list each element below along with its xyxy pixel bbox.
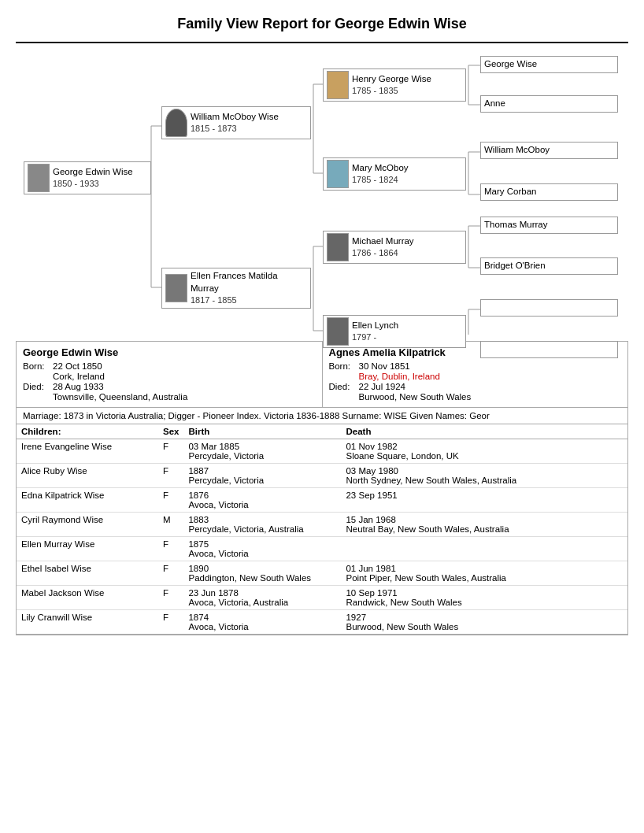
child-birth: 1887Percydale, Victoria	[183, 464, 341, 488]
child-death	[341, 537, 627, 561]
col-header-birth: Birth	[183, 424, 341, 439]
ggp2-box: Anne	[480, 95, 618, 113]
child-birth: 23 Jun 1878Avoca, Victoria, Australia	[183, 586, 341, 610]
child-birth: 03 Mar 1885Percydale, Victoria	[183, 439, 341, 464]
pgf-box: Henry George Wise 1785 - 1835	[323, 68, 466, 102]
table-row: Irene Evangeline Wise F 03 Mar 1885Percy…	[17, 439, 627, 464]
child-name: Ethel Isabel Wise	[17, 561, 158, 586]
mgf-box: Michael Murray 1786 - 1864	[323, 231, 466, 264]
child-name: Ellen Murray Wise	[17, 537, 158, 561]
child-name: Lily Cranwill Wise	[17, 610, 158, 635]
father-box: William McOboy Wise 1815 - 1873	[161, 106, 311, 139]
child-sex: F	[158, 586, 183, 610]
child-death: 01 Nov 1982Sloane Square, London, UK	[341, 439, 627, 464]
details-section: George Edwin Wise Born: 22 Oct 1850 Cork…	[16, 341, 628, 635]
child-sex: F	[158, 561, 183, 586]
child-name: Mabel Jackson Wise	[17, 586, 158, 610]
table-row: Cyril Raymond Wise M 1883Percydale, Vict…	[17, 513, 627, 537]
child-sex: F	[158, 464, 183, 488]
born-place-row: Cork, Ireland	[23, 372, 316, 381]
child-sex: F	[158, 537, 183, 561]
died-place-row: Townsville, Queensland, Australia	[23, 392, 316, 402]
spouse-died-row: Died: 22 Jul 1924	[329, 382, 622, 391]
table-row: Ellen Murray Wise F 1875Avoca, Victoria	[17, 537, 627, 561]
died-row: Died: 28 Aug 1933	[23, 382, 316, 391]
child-death: 01 Jun 1981Point Piper, New South Wales,…	[341, 561, 627, 586]
born-row: Born: 22 Oct 1850	[23, 361, 316, 371]
child-sex: M	[158, 513, 183, 537]
child-sex: F	[158, 610, 183, 635]
child-name: Alice Ruby Wise	[17, 464, 158, 488]
spouse-died-place-row: Burwood, New South Wales	[329, 392, 622, 402]
table-row: Ethel Isabel Wise F 1890Paddington, New …	[17, 561, 627, 586]
child-name: Edna Kilpatrick Wise	[17, 488, 158, 513]
ancestry-tree: George Edwin Wise 1850 - 1933 William Mc…	[16, 51, 628, 335]
marriage-row: Marriage: 1873 in Victoria Australia; Di…	[17, 408, 627, 424]
child-death: 03 May 1980North Sydney, New South Wales…	[341, 464, 627, 488]
child-name: Irene Evangeline Wise	[17, 439, 158, 464]
child-birth: 1875Avoca, Victoria	[183, 537, 341, 561]
ggp3-box: William McOboy	[480, 142, 618, 159]
mother-box: Ellen Frances Matilda Murray 1817 - 1855	[161, 268, 311, 309]
ggp4-box: Mary Corban	[480, 183, 618, 201]
col-header-sex: Sex	[158, 424, 183, 439]
spouse-born-place-row: Bray, Dublin, Ireland	[329, 372, 622, 381]
child-death: 15 Jan 1968Neutral Bay, New South Wales,…	[341, 513, 627, 537]
child-birth: 1876Avoca, Victoria	[183, 488, 341, 513]
child-name: Cyril Raymond Wise	[17, 513, 158, 537]
child-death: 23 Sep 1951	[341, 488, 627, 513]
subject-details: George Edwin Wise Born: 22 Oct 1850 Cork…	[17, 342, 323, 407]
table-row: Lily Cranwill Wise F 1874Avoca, Victoria…	[17, 610, 627, 635]
mgm-box: Ellen Lynch 1797 -	[323, 315, 466, 348]
subject-thumb	[28, 164, 50, 192]
child-birth: 1890Paddington, New South Wales	[183, 561, 341, 586]
pgm-box: Mary McOboy 1785 - 1824	[323, 157, 466, 191]
father-thumb	[165, 109, 187, 137]
table-row: Mabel Jackson Wise F 23 Jun 1878Avoca, V…	[17, 586, 627, 610]
child-sex: F	[158, 439, 183, 464]
ggp7-box	[480, 299, 618, 317]
subject-box: George Edwin Wise 1850 - 1933	[24, 161, 151, 194]
children-table: Children: Sex Birth Death Irene Evangeli…	[17, 424, 627, 635]
col-header-children: Children:	[17, 424, 158, 439]
col-header-death: Death	[341, 424, 627, 439]
mother-thumb	[165, 274, 187, 302]
top-divider	[16, 42, 628, 43]
children-table-header: Children: Sex Birth Death	[17, 424, 627, 439]
child-death: 1927Burwood, New South Wales	[341, 610, 627, 635]
child-birth: 1874Avoca, Victoria	[183, 610, 341, 635]
page-title: Family View Report for George Edwin Wise	[16, 16, 628, 32]
ggp8-box	[480, 341, 618, 358]
child-death: 10 Sep 1971Randwick, New South Wales	[341, 586, 627, 610]
child-birth: 1883Percydale, Victoria, Australia	[183, 513, 341, 537]
children-tbody: Irene Evangeline Wise F 03 Mar 1885Percy…	[17, 439, 627, 635]
table-row: Alice Ruby Wise F 1887Percydale, Victori…	[17, 464, 627, 488]
child-sex: F	[158, 488, 183, 513]
table-row: Edna Kilpatrick Wise F 1876Avoca, Victor…	[17, 488, 627, 513]
ggp5-box: Thomas Murray	[480, 217, 618, 234]
ggp1-box: George Wise	[480, 56, 618, 73]
spouse-born-row: Born: 30 Nov 1851	[329, 361, 622, 371]
ggp6-box: Bridget O'Brien	[480, 257, 618, 275]
